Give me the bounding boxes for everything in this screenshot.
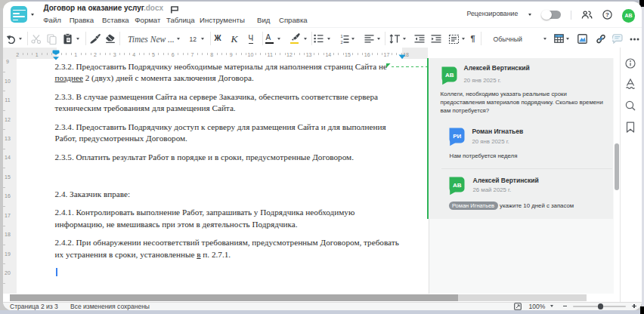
svg-text:2: 2 bbox=[340, 39, 342, 44]
svg-text:АВ: АВ bbox=[445, 71, 454, 78]
svg-text:РИ: РИ bbox=[453, 132, 461, 139]
svg-text:1: 1 bbox=[340, 34, 342, 38]
svg-text:?: ? bbox=[605, 11, 609, 18]
svg-text:АВ: АВ bbox=[453, 182, 462, 189]
